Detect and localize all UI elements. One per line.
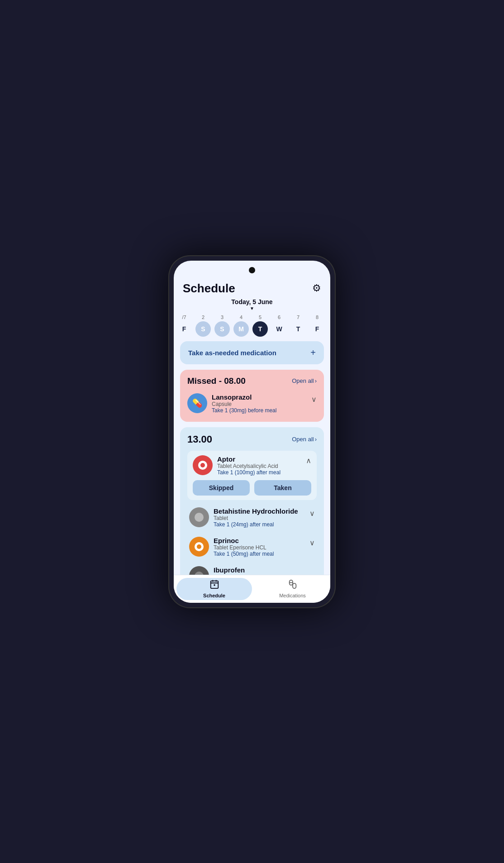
missed-time-label: Missed - 08.00 [187, 376, 246, 386]
betahistine-chevron-icon[interactable]: ∨ [309, 509, 315, 518]
med-item-lansoprazol[interactable]: 💊 Lansoprazol Capsule Take 1 (30mg) befo… [187, 391, 317, 415]
ibuprofen-name: Ibuprofen [214, 566, 315, 574]
aptor-info: Aptor Tablet Acetylsalicylic Acid Take 1… [217, 455, 301, 476]
cal-day-0[interactable]: /7 F [176, 315, 193, 337]
aptor-actions: Skipped Taken [193, 480, 311, 496]
betahistine-name: Betahistine Hydrochloride [214, 507, 305, 515]
schedule-nav-label: Schedule [203, 593, 225, 598]
nav-schedule[interactable]: Schedule [176, 578, 252, 600]
nav-medications[interactable]: Medications [255, 575, 330, 603]
calendar-row: /7 F 2 S 3 S 4 M [174, 313, 330, 341]
eprinoc-chevron-icon[interactable]: ∨ [309, 539, 315, 547]
app-content: Schedule ⚙ Today, 5 June ▼ /7 F 2 S [174, 261, 330, 575]
cal-day-4-selected[interactable]: 5 T [252, 315, 269, 337]
cal-day-6[interactable]: 7 T [290, 315, 307, 337]
med-item-aptor: Aptor Tablet Acetylsalicylic Acid Take 1… [187, 451, 317, 500]
med-item-betahistine[interactable]: Betahistine Hydrochloride Tablet Take 1 … [187, 504, 317, 531]
betahistine-row: Betahistine Hydrochloride Tablet Take 1 … [189, 507, 315, 528]
aptor-name: Aptor [217, 455, 301, 463]
eprinoc-row: Eprinoc Tablet Eperisone HCL Take 1 (50m… [189, 537, 315, 557]
schedule-nav-icon [209, 579, 219, 591]
add-medication-icon[interactable]: + [310, 348, 316, 358]
missed-header: Missed - 08.00 Open all › [187, 376, 317, 386]
lansoprazol-dose: Take 1 (30mg) before meal [212, 407, 307, 414]
ibuprofen-icon [189, 566, 209, 575]
lansoprazol-type: Capsule [212, 401, 307, 407]
bottom-nav: Schedule Medications [174, 575, 330, 603]
header: Schedule ⚙ [174, 278, 330, 298]
date-label-wrap: Today, 5 June ▼ [174, 298, 330, 311]
schedule-open-all-link[interactable]: Open all › [292, 436, 317, 443]
take-needed-label: Take as-needed medication [188, 349, 276, 357]
betahistine-icon [189, 507, 209, 527]
phone-screen: Schedule ⚙ Today, 5 June ▼ /7 F 2 S [174, 261, 330, 603]
cal-day-1[interactable]: 2 S [195, 315, 212, 337]
aptor-chevron-icon[interactable]: ∨ [306, 457, 311, 466]
cal-day-5[interactable]: 6 W [271, 315, 288, 337]
aptor-icon [193, 455, 213, 475]
ibuprofen-row: Ibuprofen [189, 566, 315, 575]
med-item-ibuprofen[interactable]: Ibuprofen [187, 563, 317, 575]
med-item-eprinoc[interactable]: Eprinoc Tablet Eperisone HCL Take 1 (50m… [187, 533, 317, 561]
lansoprazol-name: Lansoprazol [212, 393, 307, 401]
camera-notch [249, 267, 255, 273]
lansoprazol-chevron-icon[interactable]: ∨ [311, 395, 317, 404]
eprinoc-info: Eprinoc Tablet Eperisone HCL Take 1 (50m… [214, 537, 305, 557]
lansoprazol-info: Lansoprazol Capsule Take 1 (30mg) before… [212, 393, 307, 414]
settings-icon[interactable]: ⚙ [312, 282, 321, 294]
svg-point-4 [214, 584, 215, 586]
aptor-row: Aptor Tablet Acetylsalicylic Acid Take 1… [193, 455, 311, 476]
date-arrow: ▼ [250, 306, 254, 311]
aptor-skipped-button[interactable]: Skipped [193, 480, 250, 496]
betahistine-info: Betahistine Hydrochloride Tablet Take 1 … [214, 507, 305, 528]
eprinoc-icon [189, 537, 209, 557]
eprinoc-dose: Take 1 (50mg) after meal [214, 551, 305, 557]
take-needed-button[interactable]: Take as-needed medication + [180, 341, 324, 364]
aptor-dose: Take 1 (100mg) after meal [217, 469, 301, 476]
schedule-card-1300: 13.00 Open all › Apt [180, 427, 324, 575]
svg-rect-6 [293, 583, 296, 588]
ibuprofen-info: Ibuprofen [214, 566, 315, 574]
missed-open-all-link[interactable]: Open all › [292, 377, 317, 384]
schedule-time-label: 13.00 [187, 434, 212, 445]
eprinoc-name: Eprinoc [214, 537, 305, 544]
lansoprazol-icon: 💊 [187, 393, 207, 413]
betahistine-type: Tablet [214, 515, 305, 521]
cal-day-8[interactable]: 9 S [328, 315, 330, 337]
section-wrap: Take as-needed medication + Missed - 08.… [174, 341, 330, 575]
cal-day-2[interactable]: 3 S [214, 315, 231, 337]
cal-day-7[interactable]: 8 F [309, 315, 326, 337]
medications-nav-label: Medications [279, 593, 306, 598]
app-title: Schedule [183, 281, 235, 296]
betahistine-dose: Take 1 (24mg) after meal [214, 521, 305, 528]
medications-nav-icon [288, 579, 298, 591]
phone-device: Schedule ⚙ Today, 5 June ▼ /7 F 2 S [168, 255, 336, 608]
eprinoc-type: Tablet Eperisone HCL [214, 544, 305, 551]
cal-day-3[interactable]: 4 M [233, 315, 250, 337]
date-label: Today, 5 June [231, 298, 272, 305]
missed-card: Missed - 08.00 Open all › 💊 Lansoprazol [180, 370, 324, 422]
aptor-type: Tablet Acetylsalicylic Acid [217, 463, 301, 469]
schedule-1300-header: 13.00 Open all › [187, 434, 317, 445]
aptor-taken-button[interactable]: Taken [254, 480, 311, 496]
